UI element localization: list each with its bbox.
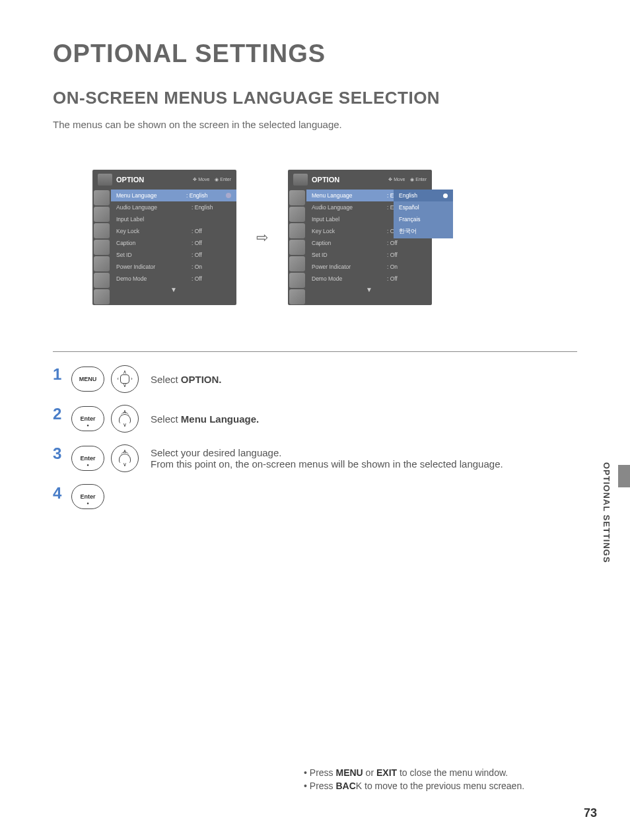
step-text: Select your desired language. From this …: [151, 447, 503, 470]
osd-value: : Off: [387, 240, 427, 246]
osd-side-tabs: [92, 190, 111, 305]
osd-title: OPTION: [116, 176, 189, 184]
dot-icon: [226, 193, 231, 198]
osd-hints: ✥ Move ◉ Enter: [388, 177, 427, 182]
osd-label: Key Lock: [116, 228, 192, 234]
hint-move: ✥ Move: [193, 177, 209, 182]
osd-row: Demo Mode: Off: [306, 273, 432, 285]
osd-value: : Off: [192, 228, 231, 234]
osd-label: Audio Language: [312, 204, 387, 211]
osd-value: : Off: [387, 252, 427, 258]
dropdown-label: English: [399, 192, 417, 199]
osd-row: Caption: Off: [111, 237, 236, 249]
osd-label: Set ID: [116, 252, 192, 258]
step-1: 1 MENU ∧ ‹› ∨ Select OPTION.: [53, 365, 630, 393]
tab-icon: [289, 207, 305, 222]
tab-icon: [289, 273, 305, 288]
dropdown-item: Español: [394, 201, 453, 213]
osd-hints: ✥ Move ◉ Enter: [193, 177, 231, 182]
hint-enter: ◉ Enter: [215, 177, 231, 182]
osd-header: OPTION ✥ Move ◉ Enter: [92, 170, 236, 190]
osd-title: OPTION: [312, 176, 384, 184]
language-dropdown: English Español Français 한국어: [394, 190, 453, 238]
osd-row: Menu Language : English: [111, 190, 236, 201]
dropdown-label: Español: [399, 204, 419, 211]
osd-row: Demo Mode: Off: [111, 273, 236, 285]
dropdown-item: 한국어: [394, 225, 453, 238]
dropdown-item: Français: [394, 213, 453, 225]
note-line: • Press BACK to move to the previous men…: [304, 781, 524, 791]
osd-label: Input Label: [312, 216, 387, 223]
enter-button: Enter: [71, 484, 104, 509]
osd-panels-row: OPTION ✥ Move ◉ Enter Menu Language : En…: [92, 170, 630, 305]
menu-button: MENU: [71, 367, 104, 392]
enter-button: Enter: [71, 406, 104, 431]
dropdown-label: Français: [399, 216, 421, 223]
osd-row: Audio Language: English: [111, 201, 236, 213]
osd-label: Menu Language: [312, 192, 387, 199]
osd-value: : English: [186, 192, 226, 199]
dropdown-label: 한국어: [399, 228, 417, 236]
hint-move: ✥ Move: [388, 177, 405, 182]
osd-label: Power Indicator: [312, 263, 387, 270]
osd-side-tabs: [288, 190, 306, 305]
osd-row: Set ID: Off: [306, 249, 432, 261]
steps: 1 MENU ∧ ‹› ∨ Select OPTION. 2 Enter ∧ ∨…: [53, 365, 630, 509]
osd-label: Key Lock: [312, 228, 387, 234]
osd-value: : On: [387, 263, 427, 270]
osd-row: Input Label: [111, 213, 236, 225]
dropdown-item: English: [394, 190, 453, 201]
osd-label: Power Indicator: [116, 263, 192, 270]
note-line: • Press MENU or EXIT to close the menu w…: [304, 767, 524, 778]
tab-icon: [94, 256, 110, 271]
step-number: 4: [53, 484, 65, 503]
tab-icon: [94, 190, 110, 205]
osd-body: Menu Language : English Audio Language: …: [92, 190, 236, 305]
dot-icon: [443, 193, 448, 198]
osd-value: : Off: [387, 275, 427, 282]
tab-icon: [94, 289, 110, 304]
osd-label: Set ID: [312, 252, 387, 258]
osd-header: OPTION ✥ Move ◉ Enter: [288, 170, 432, 190]
footer-notes: • Press MENU or EXIT to close the menu w…: [304, 767, 524, 794]
osd-down-arrow-icon: ▼: [306, 285, 432, 295]
osd-label: Menu Language: [116, 192, 186, 199]
osd-value: : English: [192, 204, 231, 211]
tab-icon: [94, 223, 110, 238]
nav-dpad-icon: ∧ ∨: [111, 444, 139, 472]
osd-row: Set ID: Off: [111, 249, 236, 261]
osd-label: Input Label: [116, 216, 192, 223]
page-number: 73: [584, 806, 597, 820]
nav-dpad-icon: ∧ ‹› ∨: [111, 365, 139, 393]
gear-icon: [98, 174, 112, 186]
tab-icon: [94, 240, 110, 255]
tab-icon: [289, 240, 305, 255]
osd-down-arrow-icon: ▼: [111, 285, 236, 295]
gear-icon: [293, 174, 308, 186]
nav-dpad-icon: ∧ ∨: [111, 405, 139, 433]
tab-icon: [289, 223, 305, 238]
osd-panel-after-wrapper: OPTION ✥ Move ◉ Enter: [288, 170, 432, 305]
osd-label: Audio Language: [116, 204, 192, 211]
arrow-right-icon: ⇨: [256, 229, 268, 246]
tab-icon: [289, 256, 305, 271]
osd-label: Caption: [312, 240, 387, 246]
osd-row: Power Indicator: On: [111, 261, 236, 273]
osd-label: Caption: [116, 240, 192, 246]
osd-row: Power Indicator: On: [306, 261, 432, 273]
section-title: ON-SCREEN MENUS LANGUAGE SELECTION: [53, 88, 630, 108]
tab-icon: [94, 207, 110, 222]
intro-text: The menus can be shown on the screen in …: [53, 119, 630, 130]
step-4: 4 Enter: [53, 484, 630, 509]
step-text: Select OPTION.: [151, 374, 222, 385]
divider: [53, 351, 577, 352]
tab-icon: [94, 273, 110, 288]
page-title: OPTIONAL SETTINGS: [53, 40, 630, 68]
osd-value: : On: [192, 263, 231, 270]
tab-icon: [289, 289, 305, 304]
osd-row: Caption: Off: [306, 237, 432, 249]
hint-enter: ◉ Enter: [410, 177, 427, 182]
osd-list: Menu Language : English Audio Language: …: [111, 190, 236, 305]
step-2: 2 Enter ∧ ∨ Select Menu Language.: [53, 405, 630, 433]
osd-label: Demo Mode: [312, 275, 387, 282]
